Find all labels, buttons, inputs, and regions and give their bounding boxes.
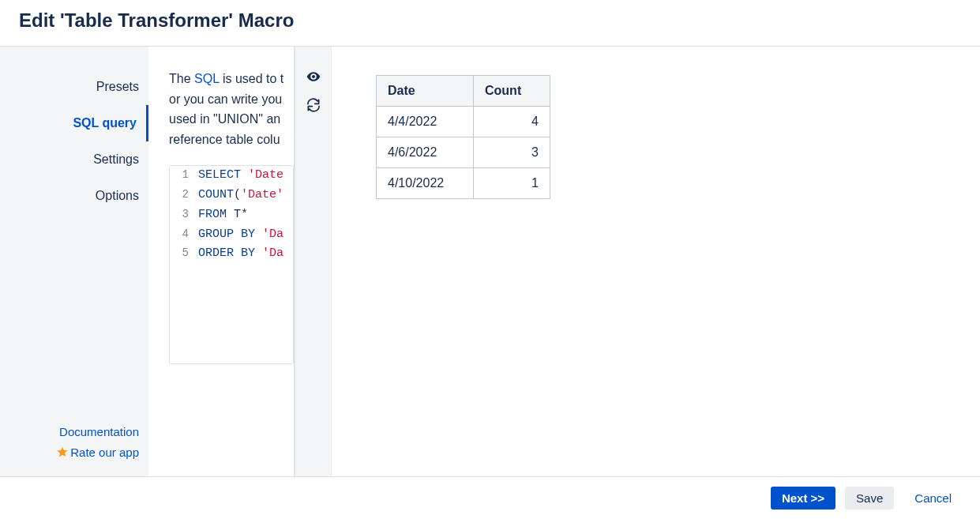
desc-line-3: used in "UNION" an bbox=[169, 112, 280, 126]
line-number: 1 bbox=[170, 166, 193, 186]
next-button[interactable]: Next >> bbox=[771, 487, 835, 510]
result-table: Date Count 4/4/202244/6/202234/10/20221 bbox=[376, 75, 550, 199]
cell-count: 3 bbox=[474, 137, 550, 168]
cell-count: 4 bbox=[474, 107, 550, 137]
code-line: 3FROM T* bbox=[170, 205, 293, 225]
cell-count: 1 bbox=[474, 168, 550, 199]
preview-pane: Date Count 4/4/202244/6/202234/10/20221 bbox=[332, 47, 980, 476]
preview-tool-strip bbox=[295, 47, 332, 476]
code-text: ORDER BY 'Da bbox=[193, 244, 283, 264]
sidebar-footer: Documentation Rate our app bbox=[0, 422, 148, 464]
cell-date: 4/10/2022 bbox=[377, 168, 474, 199]
table-row: 4/6/20223 bbox=[377, 137, 550, 168]
desc-text-pre: The bbox=[169, 72, 194, 85]
code-line: 4GROUP BY 'Da bbox=[170, 225, 293, 245]
macro-edit-dialog: Edit 'Table Transformer' Macro Presets S… bbox=[0, 0, 980, 519]
col-header-date: Date bbox=[377, 76, 474, 107]
star-icon bbox=[56, 444, 69, 464]
rate-app-label: Rate our app bbox=[70, 446, 139, 459]
save-button[interactable]: Save bbox=[845, 487, 894, 510]
tab-sql-query[interactable]: SQL query bbox=[0, 105, 148, 141]
cell-date: 4/4/2022 bbox=[377, 107, 474, 137]
sql-pane: The SQL is used to t or you can write yo… bbox=[148, 47, 295, 476]
sidebar-tabs: Presets SQL query Settings Options bbox=[0, 69, 148, 214]
code-text: GROUP BY 'Da bbox=[193, 225, 283, 245]
dialog-header: Edit 'Table Transformer' Macro bbox=[0, 0, 980, 47]
line-number: 2 bbox=[170, 186, 193, 205]
code-text: SELECT 'Date bbox=[193, 166, 283, 186]
eye-icon[interactable] bbox=[306, 69, 321, 85]
col-header-count: Count bbox=[474, 76, 550, 107]
rate-app-link[interactable]: Rate our app bbox=[0, 442, 139, 464]
tab-settings[interactable]: Settings bbox=[0, 141, 148, 178]
cancel-button[interactable]: Cancel bbox=[903, 487, 963, 510]
code-line: 2COUNT('Date' bbox=[170, 186, 293, 205]
code-line: 1SELECT 'Date bbox=[170, 166, 293, 186]
refresh-icon[interactable] bbox=[306, 97, 321, 113]
table-row: 4/4/20224 bbox=[377, 107, 550, 137]
line-number: 4 bbox=[170, 225, 193, 245]
desc-line-2: or you can write you bbox=[169, 92, 282, 106]
tab-presets[interactable]: Presets bbox=[0, 69, 148, 105]
line-number: 5 bbox=[170, 244, 193, 264]
sql-link[interactable]: SQL bbox=[194, 72, 219, 85]
table-row: 4/10/20221 bbox=[377, 168, 550, 199]
cell-date: 4/6/2022 bbox=[377, 137, 474, 168]
sql-code-editor[interactable]: 1SELECT 'Date2COUNT('Date'3FROM T*4GROUP… bbox=[169, 165, 294, 364]
sidebar: Presets SQL query Settings Options Docum… bbox=[0, 47, 148, 476]
desc-line-4: reference table colu bbox=[169, 133, 280, 146]
desc-text-post: is used to t bbox=[219, 72, 283, 85]
line-number: 3 bbox=[170, 205, 193, 225]
dialog-title: Edit 'Table Transformer' Macro bbox=[19, 9, 961, 32]
code-text: COUNT('Date' bbox=[193, 186, 283, 205]
dialog-body: Presets SQL query Settings Options Docum… bbox=[0, 47, 980, 476]
code-text: FROM T* bbox=[193, 205, 248, 225]
documentation-link[interactable]: Documentation bbox=[0, 422, 139, 442]
sql-description: The SQL is used to t or you can write yo… bbox=[169, 69, 294, 149]
code-line: 5ORDER BY 'Da bbox=[170, 244, 293, 264]
dialog-footer: Next >> Save Cancel bbox=[0, 476, 980, 519]
tab-options[interactable]: Options bbox=[0, 178, 148, 214]
